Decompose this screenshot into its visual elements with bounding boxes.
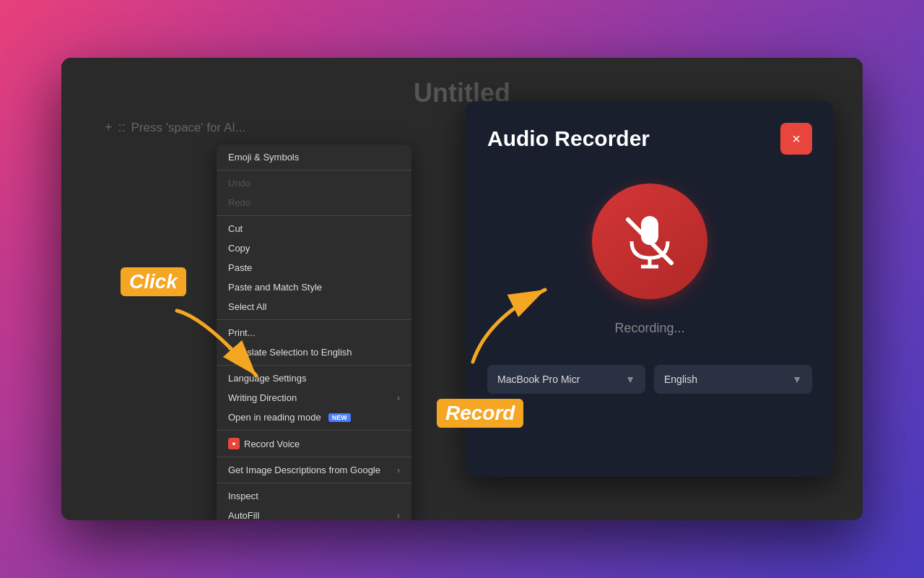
menu-divider-2 bbox=[217, 215, 411, 216]
menu-item-inspect[interactable]: Inspect bbox=[217, 486, 411, 506]
menu-divider-6 bbox=[217, 457, 411, 457]
menu-divider-7 bbox=[217, 483, 411, 483]
menu-item-autofill[interactable]: AutoFill › bbox=[217, 506, 411, 520]
new-badge: NEW bbox=[328, 413, 351, 422]
menu-item-reading-mode[interactable]: Open in reading mode NEW bbox=[217, 407, 411, 427]
submenu-chevron-icon-2: › bbox=[397, 465, 400, 475]
menu-item-paste-match[interactable]: Paste and Match Style bbox=[217, 277, 411, 297]
drag-handle-icon[interactable]: :: bbox=[118, 120, 126, 135]
submenu-chevron-icon-3: › bbox=[397, 511, 400, 521]
menu-item-cut[interactable]: Cut bbox=[217, 219, 411, 238]
recorder-header: Audio Recorder × bbox=[487, 123, 812, 155]
menu-item-copy[interactable]: Copy bbox=[217, 238, 411, 258]
recorder-title: Audio Recorder bbox=[487, 126, 650, 151]
record-arrow bbox=[430, 275, 574, 379]
menu-item-emoji-symbols[interactable]: Emoji & Symbols bbox=[217, 147, 411, 167]
menu-item-image-descriptions[interactable]: Get Image Descriptions from Google › bbox=[217, 460, 411, 480]
submenu-chevron-icon: › bbox=[397, 393, 400, 403]
placeholder-text: Press 'space' for AI... bbox=[131, 121, 246, 135]
mic-muted-icon bbox=[617, 209, 682, 274]
add-block-icon[interactable]: + bbox=[105, 120, 113, 135]
menu-divider bbox=[217, 170, 411, 171]
click-arrow bbox=[162, 303, 285, 407]
language-select-value: English bbox=[664, 374, 697, 385]
menu-divider-5 bbox=[217, 430, 411, 431]
mic-button[interactable] bbox=[592, 184, 707, 299]
language-chevron-icon: ▼ bbox=[792, 374, 802, 385]
mic-chevron-icon: ▼ bbox=[625, 374, 635, 385]
menu-item-undo: Undo bbox=[217, 173, 411, 193]
menu-item-paste[interactable]: Paste bbox=[217, 258, 411, 277]
language-select[interactable]: English ▼ bbox=[654, 365, 812, 394]
recorder-close-button[interactable]: × bbox=[780, 123, 812, 155]
click-arrow-svg bbox=[162, 303, 285, 405]
record-arrow-svg bbox=[430, 275, 574, 376]
recording-status: Recording... bbox=[614, 321, 684, 336]
menu-item-redo: Redo bbox=[217, 193, 411, 212]
menu-item-record-voice[interactable]: ● Record Voice bbox=[217, 434, 411, 454]
app-window: Untitled + :: Press 'space' for AI... Em… bbox=[61, 58, 863, 520]
click-annotation-label: Click bbox=[121, 267, 186, 296]
record-annotation-label: Record bbox=[437, 399, 523, 428]
page-background: Untitled + :: Press 'space' for AI... Em… bbox=[61, 58, 863, 520]
record-voice-icon: ● bbox=[228, 438, 240, 449]
